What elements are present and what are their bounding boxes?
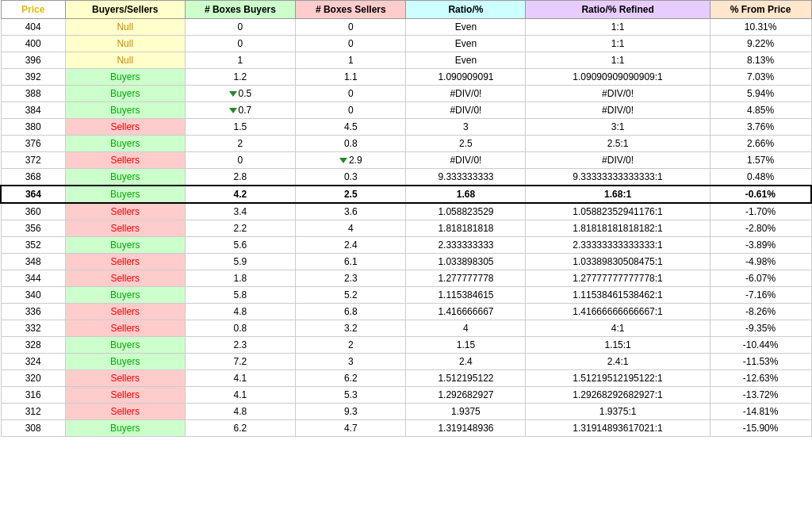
table-row: 396Null11Even1:18.13% (1, 52, 811, 69)
cell-buyers-sellers: Sellers (65, 203, 185, 220)
cell-buyers-sellers: Buyers (65, 337, 185, 354)
cell-ratio: 1.15 (406, 337, 526, 354)
table-row: 308Buyers6.24.71.3191489361.319148936170… (1, 420, 811, 437)
cell-ratio-refined: 9.33333333333333:1 (526, 169, 710, 186)
cell-boxes-buyers: 5.9 (185, 254, 295, 270)
cell-ratio: #DIV/0! (406, 86, 526, 102)
arrow-down-icon (339, 158, 347, 163)
cell-price: 400 (1, 36, 65, 52)
table-row: 368Buyers2.80.39.3333333339.333333333333… (1, 169, 811, 186)
cell-ratio-refined: 2.4:1 (526, 354, 710, 370)
cell-price: 380 (1, 119, 65, 136)
cell-from-price: -11.53% (710, 354, 811, 370)
header-buyers-sellers: Buyers/Sellers (65, 1, 185, 19)
cell-ratio: 1.277777778 (406, 270, 526, 287)
cell-ratio-refined: 1.27777777777778:1 (526, 270, 710, 287)
cell-boxes-sellers: 4.5 (296, 119, 406, 136)
cell-ratio: 1.416666667 (406, 304, 526, 320)
main-table: Price Buyers/Sellers # Boxes Buyers # Bo… (0, 0, 812, 437)
cell-from-price: -2.80% (710, 220, 811, 237)
table-row: 332Sellers0.83.244:1-9.35% (1, 320, 811, 337)
header-price: Price (1, 1, 65, 19)
cell-from-price: 10.31% (710, 19, 811, 36)
cell-from-price: -4.98% (710, 254, 811, 270)
cell-boxes-sellers: 0.8 (296, 136, 406, 152)
cell-boxes-sellers: 0 (296, 86, 406, 102)
cell-price: 312 (1, 404, 65, 420)
cell-ratio-refined: 1.09090909090909:1 (526, 69, 710, 86)
cell-boxes-sellers: 0.3 (296, 169, 406, 186)
cell-ratio: 1.9375 (406, 404, 526, 420)
cell-from-price: -12.63% (710, 370, 811, 387)
cell-boxes-buyers: 3.4 (185, 203, 295, 220)
cell-price: 376 (1, 136, 65, 152)
table-row: 328Buyers2.321.151.15:1-10.44% (1, 337, 811, 354)
cell-price: 396 (1, 52, 65, 69)
cell-boxes-sellers: 2.5 (296, 186, 406, 203)
cell-boxes-buyers: 1.2 (185, 69, 295, 86)
cell-price: 352 (1, 237, 65, 254)
cell-ratio-refined: #DIV/0! (526, 86, 710, 102)
cell-price: 392 (1, 69, 65, 86)
cell-ratio-refined: 1.31914893617021:1 (526, 420, 710, 437)
cell-boxes-sellers: 6.2 (296, 370, 406, 387)
cell-boxes-buyers: 2.2 (185, 220, 295, 237)
cell-boxes-buyers: 4.1 (185, 370, 295, 387)
cell-price: 324 (1, 354, 65, 370)
table-row: 344Sellers1.82.31.2777777781.27777777777… (1, 270, 811, 287)
cell-price: 356 (1, 220, 65, 237)
cell-ratio-refined: 1.15:1 (526, 337, 710, 354)
table-row: 364Buyers4.22.51.681.68:1-0.61% (1, 186, 811, 203)
cell-boxes-sellers: 4 (296, 220, 406, 237)
cell-boxes-sellers: 3 (296, 354, 406, 370)
cell-buyers-sellers: Buyers (65, 354, 185, 370)
cell-from-price: -1.70% (710, 203, 811, 220)
cell-ratio-refined: #DIV/0! (526, 102, 710, 119)
table-row: 380Sellers1.54.533:13.76% (1, 119, 811, 136)
cell-ratio: 4 (406, 320, 526, 337)
cell-buyers-sellers: Buyers (65, 136, 185, 152)
cell-ratio: 1.68 (406, 186, 526, 203)
cell-ratio-refined: 1.03389830508475:1 (526, 254, 710, 270)
cell-buyers-sellers: Buyers (65, 287, 185, 304)
cell-buyers-sellers: Sellers (65, 370, 185, 387)
cell-buyers-sellers: Sellers (65, 304, 185, 320)
table-row: 320Sellers4.16.21.5121951221.51219512195… (1, 370, 811, 387)
cell-boxes-buyers: 0 (185, 152, 295, 169)
cell-boxes-buyers: 2 (185, 136, 295, 152)
cell-boxes-sellers: 0 (296, 19, 406, 36)
cell-ratio-refined: 2.5:1 (526, 136, 710, 152)
table-row: 312Sellers4.89.31.93751.9375:1-14.81% (1, 404, 811, 420)
cell-from-price: 8.13% (710, 52, 811, 69)
cell-ratio-refined: 1.68:1 (526, 186, 710, 203)
table-row: 316Sellers4.15.31.2926829271.29268292682… (1, 387, 811, 404)
table-row: 336Sellers4.86.81.4166666671.41666666666… (1, 304, 811, 320)
cell-boxes-buyers: 0.8 (185, 320, 295, 337)
cell-from-price: -15.90% (710, 420, 811, 437)
cell-buyers-sellers: Sellers (65, 254, 185, 270)
cell-price: 404 (1, 19, 65, 36)
cell-buyers-sellers: Buyers (65, 186, 185, 203)
cell-ratio: 1.292682927 (406, 387, 526, 404)
cell-from-price: 1.57% (710, 152, 811, 169)
cell-buyers-sellers: Sellers (65, 119, 185, 136)
cell-ratio: 2.333333333 (406, 237, 526, 254)
cell-price: 340 (1, 287, 65, 304)
table-row: 340Buyers5.85.21.1153846151.115384615384… (1, 287, 811, 304)
header-boxes-sellers: # Boxes Sellers (296, 1, 406, 19)
cell-buyers-sellers: Buyers (65, 169, 185, 186)
cell-boxes-buyers: 0 (185, 19, 295, 36)
cell-ratio: 3 (406, 119, 526, 136)
cell-price: 320 (1, 370, 65, 387)
cell-boxes-buyers: 5.8 (185, 287, 295, 304)
cell-from-price: 2.66% (710, 136, 811, 152)
cell-ratio: Even (406, 36, 526, 52)
cell-ratio: 1.090909091 (406, 69, 526, 86)
cell-boxes-buyers: 1 (185, 52, 295, 69)
cell-ratio: #DIV/0! (406, 152, 526, 169)
cell-price: 348 (1, 254, 65, 270)
cell-ratio: 1.033898305 (406, 254, 526, 270)
cell-from-price: -8.26% (710, 304, 811, 320)
table-row: 360Sellers3.43.61.0588235291.05882352941… (1, 203, 811, 220)
cell-price: 360 (1, 203, 65, 220)
